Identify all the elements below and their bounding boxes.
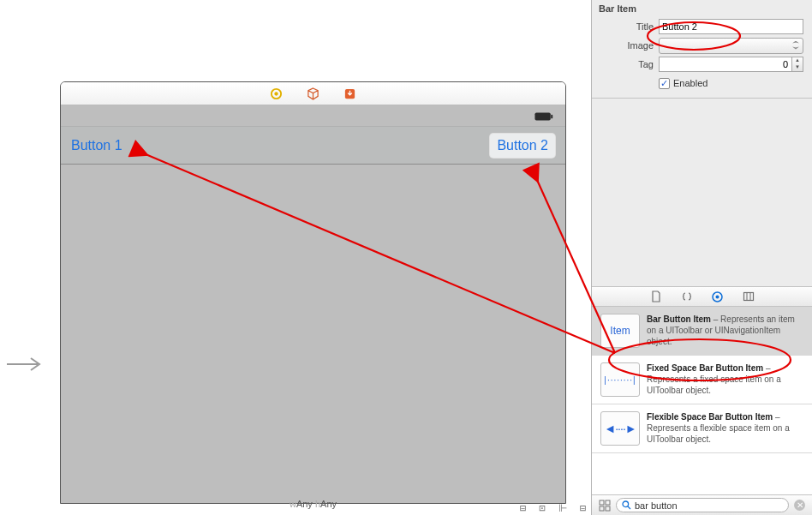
tag-label: Tag xyxy=(592,59,659,69)
size-class-indicator[interactable]: wAny hAny xyxy=(60,499,566,514)
grid-view-icon[interactable] xyxy=(599,500,611,512)
battery-icon xyxy=(534,112,553,121)
stepper-buttons[interactable]: ▲▼ xyxy=(792,57,803,72)
enabled-checkbox[interactable]: ✓ xyxy=(659,78,670,89)
svg-point-1 xyxy=(274,92,278,95)
size-class-w-value: Any xyxy=(296,499,313,509)
code-snippet-tab-icon[interactable] xyxy=(680,290,694,303)
svg-rect-12 xyxy=(600,506,604,511)
inspector-empty-area xyxy=(592,99,812,286)
title-field[interactable] xyxy=(659,19,803,34)
search-text: bar button xyxy=(635,500,678,511)
library-item-text: Bar Button Item – Represents an item on … xyxy=(647,314,803,348)
cube-icon[interactable] xyxy=(307,87,319,100)
library-thumb-icon: ◄····► xyxy=(600,411,640,446)
search-icon xyxy=(622,500,631,510)
clear-search-icon[interactable]: ✕ xyxy=(794,500,805,511)
bar-button-2[interactable]: Button 2 xyxy=(490,134,555,158)
size-class-w-label: w xyxy=(290,499,296,509)
library-item-text: Flexible Space Bar Button Item – Represe… xyxy=(647,411,803,446)
object-library[interactable]: Item Bar Button Item – Represents an ite… xyxy=(592,307,812,494)
file-template-tab-icon[interactable] xyxy=(649,290,663,303)
media-library-tab-icon[interactable] xyxy=(742,290,755,303)
library-tabs xyxy=(592,286,812,307)
device-frame[interactable]: Button 1 Button 2 xyxy=(60,81,566,504)
svg-rect-11 xyxy=(606,500,610,505)
svg-line-15 xyxy=(628,506,630,509)
svg-rect-3 xyxy=(534,112,550,120)
exit-icon[interactable] xyxy=(343,87,356,100)
guide-arrow-icon xyxy=(5,356,41,374)
svg-rect-7 xyxy=(743,293,753,301)
enabled-label: Enabled xyxy=(673,78,708,88)
size-class-h-label: h xyxy=(313,499,320,509)
image-combo[interactable] xyxy=(659,38,803,54)
tag-field[interactable] xyxy=(659,57,792,72)
svg-point-14 xyxy=(623,501,629,507)
size-class-h-value: Any xyxy=(320,499,337,509)
uitoolbar[interactable]: Button 1 Button 2 xyxy=(61,126,565,165)
library-item-bar-button[interactable]: Item Bar Button Item – Represents an ite… xyxy=(592,307,812,356)
svg-rect-4 xyxy=(551,115,552,119)
attributes-inspector: Bar Item Title Image Tag ▲▼ ✓ Enabled xyxy=(592,0,812,99)
library-item-text: Fixed Space Bar Button Item – Represents… xyxy=(647,362,803,397)
bar-button-1[interactable]: Button 1 xyxy=(71,138,122,153)
canvas-area: Button 1 Button 2 wAny hAny ⊟ ⊡ ⊩ ⊟ xyxy=(0,0,591,515)
library-item-flexible-space[interactable]: ◄····► Flexible Space Bar Button Item – … xyxy=(592,404,812,453)
inspector-section-title: Bar Item xyxy=(592,0,812,17)
utilities-panel: Bar Item Title Image Tag ▲▼ ✓ Enabled xyxy=(591,0,812,515)
alignment-icons[interactable]: ⊟ ⊡ ⊩ ⊟ xyxy=(520,502,589,514)
canvas-toolbar xyxy=(61,82,565,105)
image-label: Image xyxy=(592,40,659,51)
tag-stepper[interactable]: ▲▼ xyxy=(659,57,803,72)
svg-rect-13 xyxy=(606,506,610,511)
library-search[interactable]: bar button xyxy=(616,498,789,512)
library-thumb-icon: |········| xyxy=(600,362,640,397)
svg-point-6 xyxy=(716,295,719,298)
library-bottom-bar: bar button ✕ xyxy=(592,494,812,515)
svg-rect-10 xyxy=(600,500,604,505)
identity-icon[interactable] xyxy=(270,87,283,100)
object-library-tab-icon[interactable] xyxy=(711,290,725,303)
library-thumb-icon: Item xyxy=(600,314,640,348)
device-screen[interactable]: Button 1 Button 2 xyxy=(61,105,565,503)
library-item-fixed-space[interactable]: |········| Fixed Space Bar Button Item –… xyxy=(592,356,812,404)
title-label: Title xyxy=(592,21,659,32)
